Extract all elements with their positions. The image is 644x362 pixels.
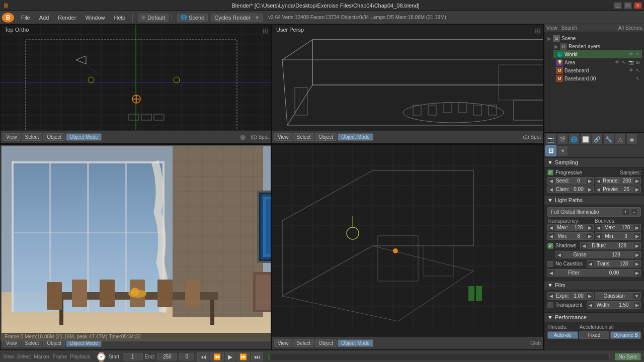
tmin-left[interactable]: ◀ xyxy=(548,233,554,239)
menu-file[interactable]: File xyxy=(17,14,34,22)
mode-btn-tr[interactable]: Object Mode xyxy=(338,133,373,141)
outliner-baseboard00-item[interactable]: M Baseboard.00 ↖ xyxy=(553,74,642,82)
mode-btn-br[interactable]: Object Mode xyxy=(338,339,373,347)
gloss-input[interactable]: ◀ Gloss: 128 ▶ xyxy=(555,251,641,258)
timeline-scrubber[interactable] xyxy=(268,353,610,361)
menu-help[interactable]: Help xyxy=(110,14,130,22)
prop-icon-texture[interactable]: 🖼 xyxy=(545,145,556,156)
object-btn-tl[interactable]: Object xyxy=(43,133,65,141)
trans-min-input[interactable]: ◀ Min: 8 ▶ xyxy=(547,232,594,240)
filter-input[interactable]: ◀ Filter: 0.00 ▶ xyxy=(547,269,641,277)
select-btn-tl[interactable]: Select xyxy=(22,133,43,141)
shadows-checkbox[interactable]: ✓ xyxy=(547,243,553,249)
prop-icon-scene[interactable]: 🎬 xyxy=(557,134,568,145)
trans-value-input[interactable]: ◀ Trans: 128 ▶ xyxy=(587,260,641,267)
diff-left[interactable]: ◀ xyxy=(581,243,587,249)
dynamic-b-btn[interactable]: Dynamic B xyxy=(610,331,641,339)
menu-window[interactable]: Window xyxy=(81,14,109,22)
outliner-world-item[interactable]: 🌐 World 👁 ↖ xyxy=(553,50,642,58)
maximize-button[interactable]: □ xyxy=(624,2,632,9)
outliner-renderlayers-item[interactable]: ▶ R RenderLayers xyxy=(553,42,642,50)
wid-left[interactable]: ◀ xyxy=(587,302,594,308)
prop-icon-data[interactable]: △ xyxy=(615,134,626,145)
tmax-left[interactable]: ◀ xyxy=(548,225,554,231)
seed-input[interactable]: ◀ Seed: 0 ▶ xyxy=(547,177,594,185)
bottom-frame-btn[interactable]: Frame xyxy=(52,354,67,359)
type-select[interactable]: Gaussian ▼ xyxy=(595,292,641,300)
object-btn-tr[interactable]: Object xyxy=(315,133,337,141)
viewport-user-persp[interactable]: User Persp ⊞ xyxy=(272,24,543,144)
bounce-min-input[interactable]: ◀ Min: 3 ▶ xyxy=(595,232,641,240)
bounce-max-input[interactable]: ◀ Max: 128 ▶ xyxy=(595,224,641,231)
menu-add[interactable]: Add xyxy=(35,14,53,22)
render-engine-selector[interactable]: Cycles Render ▼ xyxy=(211,14,263,22)
film-section-header[interactable]: ▼ Film xyxy=(544,281,644,290)
layout-selector[interactable]: ⊞ Default xyxy=(138,14,169,22)
prev-arrow-left[interactable]: ◀ xyxy=(595,187,602,193)
filt-left[interactable]: ◀ xyxy=(548,270,554,276)
current-frame-input[interactable]: 0 xyxy=(179,353,194,360)
select-btn-tr[interactable]: Select xyxy=(293,133,314,141)
end-input[interactable]: 250 xyxy=(157,353,177,360)
outliner-baseboard-item[interactable]: M Baseboard 👁 ↖ xyxy=(553,66,642,74)
prev-arrow-right[interactable]: ▶ xyxy=(634,187,640,193)
b00-vis-icon-cursor[interactable]: ↖ xyxy=(635,75,641,81)
preset-add-btn[interactable]: + xyxy=(622,209,630,215)
select-btn-br[interactable]: Select xyxy=(293,339,314,347)
timeline-icon[interactable]: ⌚ xyxy=(96,351,107,363)
wid-right[interactable]: ▶ xyxy=(634,302,640,308)
filt-right[interactable]: ▶ xyxy=(634,270,640,276)
preview-input[interactable]: ◀ Previe: 25 ▶ xyxy=(595,186,641,193)
view-btn-tl[interactable]: View xyxy=(3,133,21,141)
prop-icon-world[interactable]: 🌐 xyxy=(569,134,580,145)
menu-render[interactable]: Render xyxy=(54,14,80,22)
tmin-right[interactable]: ▶ xyxy=(587,233,593,239)
performance-section-header[interactable]: ▼ Performance xyxy=(544,313,644,322)
prop-icon-render[interactable]: 📷 xyxy=(545,134,556,145)
area-vis-icon-eye[interactable]: 👁 xyxy=(614,59,620,65)
trans-max-input[interactable]: ◀ Max: 128 ▶ xyxy=(547,224,594,231)
view-btn-outliner[interactable]: View xyxy=(546,25,557,31)
baseboard-vis-icon-eye[interactable]: 👁 xyxy=(628,67,634,73)
render-input[interactable]: ◀ Rende: 200 ▶ xyxy=(595,177,641,185)
area-vis-icon-extra[interactable]: ⊞ xyxy=(635,59,641,65)
preset-remove-btn[interactable]: - xyxy=(631,209,637,215)
start-input[interactable]: 1 xyxy=(123,353,143,360)
width-input[interactable]: ◀ Width: 1.50 ▶ xyxy=(587,301,641,309)
prop-icon-particles[interactable]: ✦ xyxy=(557,145,568,156)
light-paths-section-header[interactable]: ▼ Light Paths xyxy=(544,196,644,205)
auto-detect-btn[interactable]: Auto-de xyxy=(547,331,578,339)
diff-right[interactable]: ▶ xyxy=(634,243,640,249)
jump-end-btn[interactable]: ⏭ xyxy=(251,352,263,361)
bmax-right[interactable]: ▶ xyxy=(634,225,640,231)
clam-arrow-right[interactable]: ▶ xyxy=(587,187,593,193)
bmax-left[interactable]: ◀ xyxy=(595,225,602,231)
bmin-left[interactable]: ◀ xyxy=(595,233,602,239)
viewport-bottom-left[interactable]: Scene ✕ xyxy=(0,145,272,350)
expo-right[interactable]: ▶ xyxy=(587,293,593,299)
baseboard-vis-icon-cursor[interactable]: ↖ xyxy=(635,67,641,73)
minimize-button[interactable]: _ xyxy=(614,2,622,9)
fixed-btn[interactable]: Fixed xyxy=(579,331,610,339)
trans-right[interactable]: ▶ xyxy=(634,261,640,267)
light-paths-preset-btn[interactable]: Full Global Illuminatio + - xyxy=(547,207,641,217)
area-vis-icon-cursor[interactable]: ↖ xyxy=(621,59,627,65)
seed-arrow-right[interactable]: ▶ xyxy=(587,178,593,184)
sampling-section-header[interactable]: ▼ Sampling xyxy=(544,158,644,167)
transparent-checkbox[interactable] xyxy=(547,302,553,308)
prop-icon-constraints[interactable]: 🔗 xyxy=(592,134,603,145)
gloss-left[interactable]: ◀ xyxy=(556,252,562,258)
search-btn-outliner[interactable]: Search xyxy=(561,25,578,31)
next-frame-btn[interactable]: ⏩ xyxy=(236,352,250,361)
diffuse-input[interactable]: ◀ Diffus: 128 ▶ xyxy=(580,242,641,249)
view-btn-tr[interactable]: View xyxy=(274,133,292,141)
play-btn[interactable]: ▶ xyxy=(225,352,235,361)
outliner-area-item[interactable]: 💡 Area 👁 ↖ 📷 ⊞ xyxy=(553,58,642,66)
view-btn-br[interactable]: View xyxy=(274,339,292,347)
render-arrow-right[interactable]: ▶ xyxy=(634,178,640,184)
viewport-top-ortho[interactable]: Top Ortho ⊞ xyxy=(0,24,272,144)
visibility-icon-eye[interactable]: 👁 xyxy=(628,51,634,57)
clam-input[interactable]: ◀ Clam: 0.00 ▶ xyxy=(547,186,594,193)
area-vis-icon-render[interactable]: 📷 xyxy=(628,59,634,65)
no-caustics-checkbox[interactable] xyxy=(547,261,553,267)
